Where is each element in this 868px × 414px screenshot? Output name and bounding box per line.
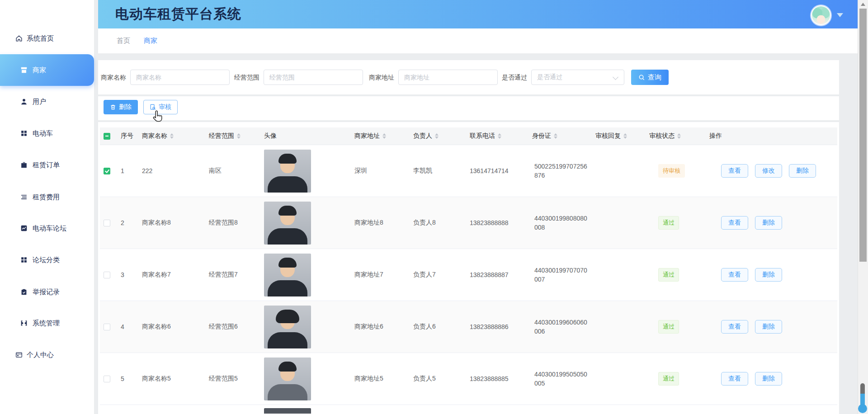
filter-bar: 商家名称 经营范围 商家地址 是否通过 是否通过 查询 <box>98 60 839 94</box>
cell-owner: 负责人8 <box>413 219 470 227</box>
merchant-photo[interactable] <box>264 306 311 348</box>
select-all-checkbox[interactable] <box>104 133 110 140</box>
sort-icon <box>237 133 241 139</box>
sidebar-item-merchant[interactable]: 商家 <box>0 54 94 86</box>
cell-merchant-name: 商家名称6 <box>142 323 209 331</box>
sidebar-item-forum[interactable]: 电动车论坛 <box>0 219 94 237</box>
cell-owner: 负责人5 <box>413 375 470 383</box>
bulk-delete-button[interactable]: 删除 <box>104 100 138 114</box>
col-phone-sort[interactable]: 联系电话 <box>470 132 532 140</box>
table-row: 5 商家名称5 经营范围5 商家地址5 负责人5 13823888885 440… <box>100 353 837 405</box>
table-row-partial <box>100 405 837 414</box>
cell-idcard: 500225199707256876 <box>532 162 595 180</box>
sidebar-item-label: 个人中心 <box>27 351 54 359</box>
view-button[interactable]: 查看 <box>721 164 748 178</box>
sort-icon <box>435 133 439 139</box>
view-button[interactable]: 查看 <box>721 320 748 334</box>
edit-button[interactable]: 修改 <box>755 164 782 178</box>
col-merchant-name-sort[interactable]: 商家名称 <box>142 132 209 140</box>
cell-phone: 13614714714 <box>470 167 532 174</box>
breadcrumb-current[interactable]: 商家 <box>144 37 157 45</box>
search-button[interactable]: 查询 <box>631 70 669 85</box>
merchant-photo[interactable] <box>264 202 311 245</box>
delete-button[interactable]: 删除 <box>755 372 782 386</box>
sidebar-item-user[interactable]: 用户 <box>0 93 94 111</box>
merchant-photo <box>264 408 311 414</box>
status-badge-pending: 待审核 <box>658 164 685 178</box>
sidebar-item-rental-orders[interactable]: 租赁订单 <box>0 156 94 174</box>
anime-avatar-image <box>812 6 830 24</box>
row-checkbox[interactable] <box>104 376 110 382</box>
sidebar-item-reports[interactable]: 举报记录 <box>0 283 94 301</box>
merchant-address-input[interactable] <box>398 70 498 85</box>
cell-seq: 2 <box>121 219 142 226</box>
row-checkbox[interactable] <box>104 272 110 278</box>
sidebar-item-forum-category[interactable]: 论坛分类 <box>0 251 94 269</box>
cell-merchant-name: 商家名称5 <box>142 375 209 383</box>
sidebar-item-rental-fees[interactable]: 租赁费用 <box>0 188 94 206</box>
sidebar-item-label: 系统管理 <box>33 319 60 328</box>
view-button[interactable]: 查看 <box>721 216 748 230</box>
col-audit-reply-sort[interactable]: 审核回复 <box>595 132 649 140</box>
delete-button[interactable]: 删除 <box>755 320 782 334</box>
delete-button[interactable]: 删除 <box>755 268 782 282</box>
sidebar-item-system-admin[interactable]: 系统管理 <box>0 314 94 332</box>
delete-button[interactable]: 删除 <box>789 164 816 178</box>
sort-icon <box>498 133 501 139</box>
status-badge-pass: 通过 <box>658 320 679 334</box>
cell-scope: 南区 <box>209 167 264 175</box>
status-badge-pass: 通过 <box>658 216 679 230</box>
view-button[interactable]: 查看 <box>721 372 748 386</box>
view-button[interactable]: 查看 <box>721 268 748 282</box>
cell-idcard: 440300199808080008 <box>532 214 595 232</box>
trash-icon <box>110 104 116 110</box>
col-address-sort[interactable]: 商家地址 <box>354 132 413 140</box>
sidebar-item-label: 论坛分类 <box>33 256 60 264</box>
caret-down-icon[interactable] <box>837 13 843 17</box>
search-button-label: 查询 <box>648 73 661 82</box>
sidebar-item-ebike[interactable]: 电动车 <box>0 124 94 142</box>
bulk-toolbar: 删除 审核 <box>98 96 839 120</box>
col-actions: 操作 <box>709 132 722 140</box>
cell-address: 商家地址7 <box>354 271 413 279</box>
business-scope-input[interactable] <box>264 70 363 85</box>
col-scope-sort[interactable]: 经营范围 <box>209 132 264 140</box>
sidebar-item-home[interactable]: 系统首页 <box>0 29 94 47</box>
delete-button[interactable]: 删除 <box>755 216 782 230</box>
user-avatar[interactable] <box>811 5 831 25</box>
pass-status-select[interactable]: 是否通过 <box>531 70 624 85</box>
sidebar-item-label: 租赁订单 <box>33 161 60 169</box>
cell-owner: 负责人7 <box>413 271 470 279</box>
cell-merchant-name: 商家名称8 <box>142 219 209 227</box>
row-checkbox[interactable] <box>104 220 110 226</box>
thermometer-icon <box>858 383 868 413</box>
row-checkbox[interactable] <box>104 168 110 174</box>
col-owner-sort[interactable]: 负责人 <box>413 132 470 140</box>
table-row: 2 商家名称8 经营范围8 商家地址8 负责人8 13823888888 440… <box>100 197 837 249</box>
cell-seq: 1 <box>121 167 142 174</box>
col-idcard-sort[interactable]: 身份证 <box>532 132 595 140</box>
merchant-photo[interactable] <box>264 150 311 193</box>
col-avatar: 头像 <box>264 132 277 140</box>
doc-search-icon <box>150 104 156 110</box>
status-badge-pass: 通过 <box>658 268 679 282</box>
page-scrollbar[interactable] <box>858 0 868 414</box>
sort-icon <box>554 133 557 139</box>
cell-seq: 4 <box>121 323 142 330</box>
cell-idcard: 440300199707070007 <box>532 266 595 284</box>
chart-icon <box>20 224 28 232</box>
sidebar-item-profile[interactable]: 个人中心 <box>0 346 94 364</box>
row-checkbox[interactable] <box>104 324 110 330</box>
scrollbar-thumb[interactable] <box>859 9 867 262</box>
merchant-photo[interactable] <box>264 254 311 296</box>
bulk-audit-button[interactable]: 审核 <box>143 100 178 114</box>
main-header: 电动车租赁平台系统 <box>98 0 858 28</box>
merchant-name-input[interactable] <box>130 70 230 85</box>
table-row: 4 商家名称6 经营范围6 商家地址6 负责人6 13823888886 440… <box>100 301 837 353</box>
breadcrumb-home[interactable]: 首页 <box>117 37 130 45</box>
cell-address: 商家地址5 <box>354 375 413 383</box>
col-audit-status-sort[interactable]: 审核状态 <box>649 132 709 140</box>
scroll-up-arrow-icon[interactable] <box>861 3 865 6</box>
merchant-photo[interactable] <box>264 358 311 400</box>
cell-address: 商家地址6 <box>354 323 413 331</box>
